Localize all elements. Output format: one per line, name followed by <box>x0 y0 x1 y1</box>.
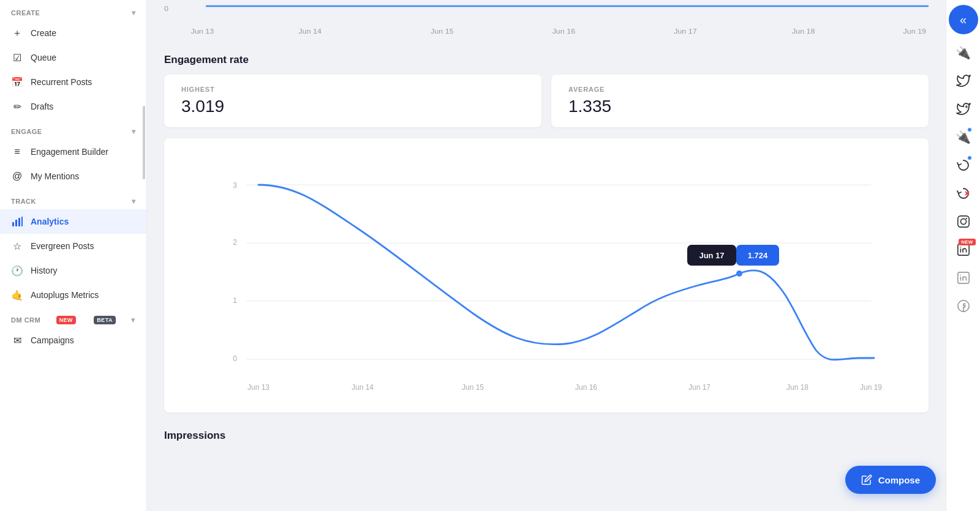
track-section-label: TRACK <box>11 198 36 205</box>
sidebar-item-analytics[interactable]: Analytics <box>0 209 146 234</box>
svg-text:Jun 15: Jun 15 <box>462 383 484 392</box>
dmcrm-section-header[interactable]: DM CRM NEW BETA ▾ <box>0 307 146 328</box>
chevron-left-icon: « <box>960 13 967 27</box>
bird-icon-1[interactable] <box>950 67 977 94</box>
my-mentions-label: My Mentions <box>31 171 79 181</box>
stats-row: HIGHEST 3.019 AVERAGE 1.335 <box>164 75 929 127</box>
linkedin-icon[interactable] <box>950 264 977 291</box>
main-content: 0 Jun 13 Jun 14 Jun 15 Jun 16 Jun 17 Jun… <box>147 0 946 511</box>
bird-plus-icon[interactable]: + <box>950 95 977 122</box>
beta-badge: BETA <box>94 316 116 324</box>
svg-text:1: 1 <box>233 296 237 305</box>
svg-text:Jun 19: Jun 19 <box>903 28 926 35</box>
svg-rect-0 <box>12 222 14 226</box>
sidebar-item-queue[interactable]: ☑ Queue <box>0 45 146 70</box>
engagement-rate-title: Engagement rate <box>164 54 929 66</box>
svg-text:Jun 13: Jun 13 <box>247 383 270 392</box>
facebook-icon[interactable] <box>950 293 977 319</box>
top-partial-chart: 0 Jun 13 Jun 14 Jun 15 Jun 16 Jun 17 Jun… <box>164 0 929 37</box>
svg-rect-1 <box>15 220 17 226</box>
svg-text:3: 3 <box>233 181 237 190</box>
svg-point-37 <box>960 218 966 224</box>
plugin-dot-icon[interactable]: 🔌 <box>950 124 977 151</box>
svg-text:0: 0 <box>164 5 168 12</box>
dmcrm-chevron-icon: ▾ <box>131 316 135 324</box>
back-button[interactable]: « <box>949 5 978 34</box>
drafts-icon: ✏ <box>11 100 23 113</box>
svg-text:Jun 17: Jun 17 <box>699 251 724 260</box>
engagement-chart: 3 2 1 0 Jun 17 1.724 Jun 13 Jun 14 Jun 1… <box>164 148 929 405</box>
svg-text:Jun 17: Jun 17 <box>688 383 710 392</box>
average-stat-card: AVERAGE 1.335 <box>551 75 929 127</box>
sidebar-item-my-mentions[interactable]: @ My Mentions <box>0 164 146 188</box>
sidebar-item-campaigns[interactable]: ✉ Campaigns <box>0 328 146 352</box>
instagram-icon[interactable] <box>950 208 977 235</box>
evergreen-posts-label: Evergreen Posts <box>31 241 94 251</box>
svg-text:2: 2 <box>233 238 237 247</box>
sidebar-item-engagement-builder[interactable]: ≡ Engagement Builder <box>0 140 146 164</box>
plugin-icon-1[interactable]: 🔌 <box>950 39 977 66</box>
svg-text:Jun 14: Jun 14 <box>352 383 374 392</box>
impressions-title: Impressions <box>164 430 929 447</box>
notification-dot <box>967 127 972 132</box>
recurrent-posts-label: Recurrent Posts <box>31 77 92 87</box>
svg-rect-3 <box>21 217 23 226</box>
track-section-header[interactable]: TRACK ▾ <box>0 188 146 209</box>
engagement-chart-wrapper: 3 2 1 0 Jun 17 1.724 Jun 13 Jun 14 Jun 1… <box>164 138 929 412</box>
svg-text:Jun 16: Jun 16 <box>552 28 576 35</box>
refresh-x-icon[interactable] <box>950 180 977 207</box>
svg-text:0: 0 <box>233 354 237 363</box>
svg-text:Jun 17: Jun 17 <box>674 28 696 35</box>
drafts-label: Drafts <box>31 102 53 111</box>
sidebar-item-autoplugs[interactable]: 🤙 Autoplugs Metrics <box>0 283 146 307</box>
create-section-label: CREATE <box>11 9 40 17</box>
evergreen-icon: ☆ <box>11 240 23 252</box>
recurrent-icon: 📅 <box>11 76 23 88</box>
average-label: AVERAGE <box>568 86 911 93</box>
analytics-label: Analytics <box>31 217 69 226</box>
queue-icon: ☑ <box>11 51 23 64</box>
queue-label: Queue <box>31 53 56 62</box>
autoplugs-icon: 🤙 <box>11 289 23 301</box>
sidebar-item-evergreen-posts[interactable]: ☆ Evergreen Posts <box>0 234 146 258</box>
dmcrm-section-label: DM CRM <box>11 316 40 324</box>
icon-rail: « 🔌 + 🔌 <box>946 0 980 511</box>
svg-point-38 <box>965 218 967 219</box>
sidebar: CREATE ▾ ＋ Create ☑ Queue 📅 Recurrent Po… <box>0 0 147 511</box>
svg-text:Jun 18: Jun 18 <box>792 28 815 35</box>
svg-rect-36 <box>957 216 968 227</box>
refresh-dot-icon[interactable] <box>950 152 977 179</box>
sidebar-item-history[interactable]: 🕐 History <box>0 258 146 283</box>
engage-chevron-icon: ▾ <box>132 127 136 136</box>
track-chevron-icon: ▾ <box>132 197 136 206</box>
highest-value: 3.019 <box>181 97 524 116</box>
svg-text:Jun 13: Jun 13 <box>191 28 214 35</box>
average-value: 1.335 <box>568 97 911 116</box>
create-label: Create <box>31 28 56 38</box>
linkedin-new-icon[interactable]: NEW <box>950 236 977 263</box>
create-section-header[interactable]: CREATE ▾ <box>0 0 146 21</box>
compose-icon <box>861 474 872 485</box>
svg-text:Jun 16: Jun 16 <box>575 383 597 392</box>
engage-section-label: ENGAGE <box>11 128 42 135</box>
create-chevron-icon: ▾ <box>132 9 136 17</box>
engagement-builder-icon: ≡ <box>11 146 23 158</box>
engage-section-header[interactable]: ENGAGE ▾ <box>0 119 146 140</box>
svg-text:Jun 19: Jun 19 <box>860 383 882 392</box>
linkedin-new-badge: NEW <box>959 239 975 245</box>
svg-text:1.724: 1.724 <box>748 251 768 260</box>
mentions-icon: @ <box>11 170 23 182</box>
engagement-builder-label: Engagement Builder <box>31 147 108 157</box>
compose-button[interactable]: Compose <box>845 466 936 494</box>
svg-text:Jun 14: Jun 14 <box>299 28 322 35</box>
history-label: History <box>31 266 58 275</box>
refresh-dot <box>967 155 972 160</box>
svg-text:Jun 18: Jun 18 <box>786 383 809 392</box>
sidebar-item-recurrent-posts[interactable]: 📅 Recurrent Posts <box>0 70 146 94</box>
sidebar-item-create[interactable]: ＋ Create <box>0 21 146 45</box>
autoplugs-label: Autoplugs Metrics <box>31 290 99 300</box>
plus-icon: ＋ <box>11 27 23 39</box>
sidebar-scrollbar[interactable] <box>143 106 145 179</box>
svg-rect-2 <box>18 218 20 226</box>
sidebar-item-drafts[interactable]: ✏ Drafts <box>0 94 146 119</box>
